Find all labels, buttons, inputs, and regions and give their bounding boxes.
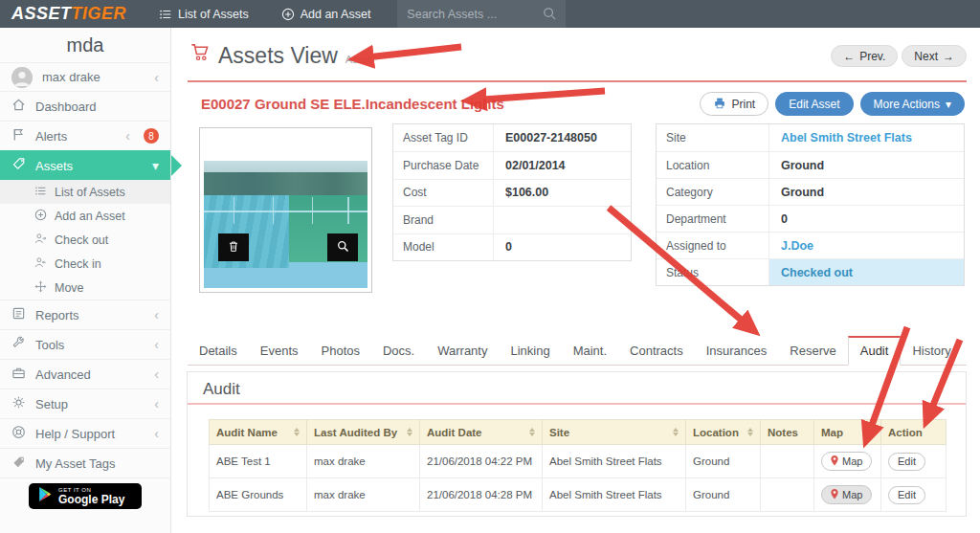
next-button[interactable]: Next→ xyxy=(902,45,967,67)
print-button[interactable]: Print xyxy=(700,92,769,116)
tab-audit[interactable]: Audit xyxy=(848,336,902,366)
person-in-icon xyxy=(34,256,47,272)
nav-add-an-asset[interactable]: Add an Asset xyxy=(281,8,371,21)
tab-docs[interactable]: Docs. xyxy=(371,338,426,365)
sidebar-item-help-support[interactable]: Help / Support ‹ xyxy=(0,418,170,448)
submenu-list-of-assets[interactable]: List of Assets xyxy=(0,180,170,204)
assigned-to-link[interactable]: J.Doe xyxy=(769,233,964,258)
col-audit-date[interactable]: Audit Date xyxy=(420,420,543,445)
sidebar-item-my-asset-tags[interactable]: My Asset Tags xyxy=(0,448,170,477)
plus-circle-icon xyxy=(281,8,295,21)
tab-events[interactable]: Events xyxy=(249,338,310,365)
col-action: Action xyxy=(881,420,947,445)
last-audited-by-cell: max drake xyxy=(307,445,420,478)
caret-down-icon: ▾ xyxy=(946,98,951,111)
col-audit-name[interactable]: Audit Name xyxy=(210,420,307,445)
col-last-audited-by[interactable]: Last Audited By xyxy=(307,420,420,445)
more-actions-button[interactable]: More Actions▾ xyxy=(860,92,965,116)
sidebar-item-label: Dashboard xyxy=(35,100,159,114)
edit-asset-button[interactable]: Edit Asset xyxy=(775,92,853,116)
sort-icon xyxy=(529,428,535,436)
location-cell: Ground xyxy=(686,445,761,478)
google-play-container: GET IT ONGoogle Play xyxy=(0,477,170,514)
sidebar-item-dashboard[interactable]: Dashboard xyxy=(0,91,170,121)
tab-contracts[interactable]: Contracts xyxy=(618,338,695,365)
tab-history[interactable]: History xyxy=(901,338,962,365)
nav-add-an-asset-label: Add an Asset xyxy=(301,8,371,21)
sidebar: mda max drake ‹ Dashboard Alerts ‹ 8 Ass… xyxy=(0,28,171,533)
sidebar-item-label: Reports xyxy=(35,308,145,322)
edit-button[interactable]: Edit xyxy=(888,453,925,471)
audit-name-cell: ABE Grounds xyxy=(210,478,307,512)
sidebar-item-label: Alerts xyxy=(35,129,116,144)
tab-reserve[interactable]: Reserve xyxy=(778,338,847,365)
asset-details-table: Asset Tag IDE00027-2148050 Purchase Date… xyxy=(392,123,632,261)
header-divider xyxy=(188,80,967,82)
notes-cell xyxy=(761,478,814,512)
gear-icon xyxy=(11,395,26,412)
map-button[interactable]: Map xyxy=(821,452,872,471)
top-navbar: ASSETTIGER List of Assets Add an Asset xyxy=(0,0,980,28)
asset-tabs: Details Events Photos Docs. Warranty Lin… xyxy=(188,338,967,366)
google-play-badge[interactable]: GET IT ONGoogle Play xyxy=(29,483,142,509)
map-cell: Map xyxy=(814,478,881,512)
google-play-icon xyxy=(38,487,52,505)
last-audited-by-cell: max drake xyxy=(307,478,420,512)
tab-warranty[interactable]: Warranty xyxy=(426,338,499,365)
delete-photo-button[interactable] xyxy=(218,233,249,261)
map-button[interactable]: Map xyxy=(821,485,872,504)
zoom-photo-button[interactable] xyxy=(327,233,358,261)
sidebar-item-advanced[interactable]: Advanced ‹ xyxy=(0,359,170,389)
flag-icon xyxy=(11,127,26,144)
map-pin-icon xyxy=(831,489,838,501)
prev-button[interactable]: ←Prev. xyxy=(831,45,898,67)
chevron-down-icon: ▾ xyxy=(152,158,159,173)
search-icon[interactable] xyxy=(543,7,557,25)
sidebar-item-assets[interactable]: Assets ▾ xyxy=(0,150,170,180)
home-icon xyxy=(11,98,26,115)
submenu-check-in[interactable]: Check in xyxy=(0,252,170,276)
chevron-left-icon: ‹ xyxy=(154,337,159,352)
sidebar-item-reports[interactable]: Reports ‹ xyxy=(0,300,170,329)
tab-photos[interactable]: Photos xyxy=(310,338,371,365)
audit-table: Audit Name Last Audited By Audit Date Si… xyxy=(209,419,947,512)
search-input[interactable] xyxy=(397,0,566,28)
col-site[interactable]: Site xyxy=(543,420,686,445)
nav-list-of-assets-label: List of Assets xyxy=(178,8,249,21)
sidebar-item-setup[interactable]: Setup ‹ xyxy=(0,389,170,418)
col-location[interactable]: Location xyxy=(686,420,761,445)
list-icon xyxy=(34,185,47,200)
sidebar-item-tools[interactable]: Tools ‹ xyxy=(0,329,170,359)
detail-row: Purchase Date02/01/2014 xyxy=(393,151,631,178)
submenu-move[interactable]: Move xyxy=(0,276,170,300)
tab-maint[interactable]: Maint. xyxy=(562,338,618,365)
edit-button[interactable]: Edit xyxy=(888,486,925,504)
life-ring-icon xyxy=(11,425,26,442)
audit-panel: Audit Audit Name Last Audited By Audit D… xyxy=(187,371,967,517)
tab-insurances[interactable]: Insurances xyxy=(695,338,779,365)
tab-details[interactable]: Details xyxy=(188,338,249,365)
submenu-label: Move xyxy=(55,281,84,295)
sidebar-item-label: Advanced xyxy=(35,367,145,382)
submenu-add-an-asset[interactable]: Add an Asset xyxy=(0,204,170,228)
sidebar-item-alerts[interactable]: Alerts ‹ 8 xyxy=(0,121,170,150)
arrow-left-icon: ← xyxy=(843,50,855,63)
chevron-left-icon: ‹ xyxy=(154,396,159,411)
chevron-left-icon: ‹ xyxy=(154,307,159,322)
site-link[interactable]: Abel Smith Street Flats xyxy=(769,124,964,151)
page-header: Assets View Asset xyxy=(189,42,371,67)
sidebar-user[interactable]: max drake ‹ xyxy=(0,62,170,91)
submenu-check-out[interactable]: Check out xyxy=(0,228,170,252)
detail-row: Model0 xyxy=(393,233,631,260)
detail-row: Assigned toJ.Doe xyxy=(657,232,964,258)
action-cell: Edit xyxy=(881,478,947,512)
sort-icon xyxy=(747,428,753,436)
detail-row: Brand xyxy=(393,206,631,233)
tab-linking[interactable]: Linking xyxy=(499,338,561,365)
assets-submenu: List of Assets Add an Asset Check out Ch… xyxy=(0,180,170,300)
sort-icon xyxy=(407,428,412,436)
chevron-left-icon: ‹ xyxy=(154,366,159,382)
cart-icon xyxy=(189,42,211,66)
assettiger-logo[interactable]: ASSETTIGER xyxy=(11,4,126,24)
nav-list-of-assets[interactable]: List of Assets xyxy=(159,8,249,21)
